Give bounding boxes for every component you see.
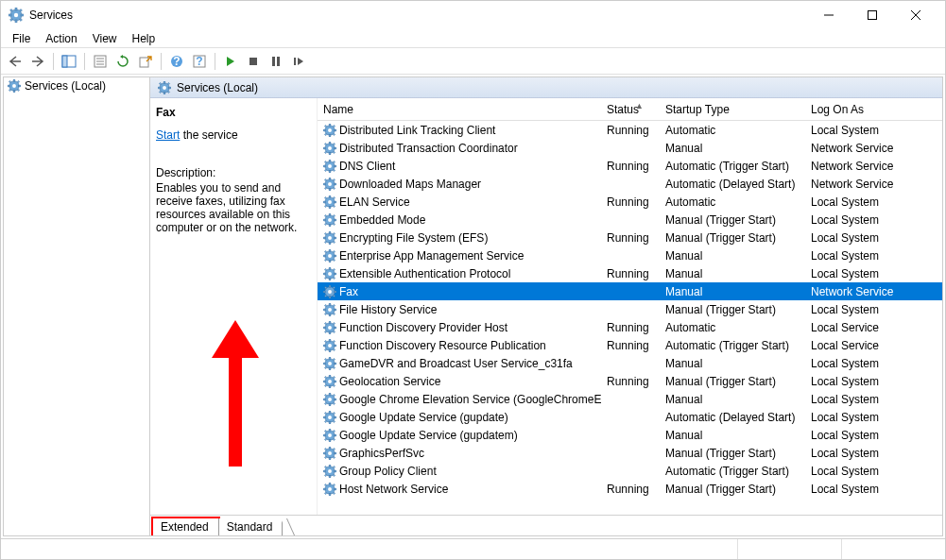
cell-name: Google Update Service (gupdate)	[318, 411, 601, 424]
service-row[interactable]: Distributed Link Tracking ClientRunningA…	[318, 121, 942, 139]
menu-file[interactable]: File	[5, 30, 38, 47]
col-header-name[interactable]: Name	[318, 103, 601, 116]
cell-name: File History Service	[318, 303, 601, 316]
cell-status: Running	[601, 231, 660, 245]
cell-startup-type: Manual	[660, 429, 805, 442]
col-header-logon[interactable]: Log On As	[805, 103, 942, 116]
service-row[interactable]: Function Discovery Provider HostRunningA…	[318, 318, 942, 336]
service-icon	[323, 339, 336, 352]
col-header-startup-type[interactable]: Startup Type	[660, 103, 805, 116]
help-alt-button[interactable]: ?	[189, 51, 210, 72]
cell-startup-type: Manual (Trigger Start)	[660, 303, 805, 316]
service-row[interactable]: GameDVR and Broadcast User Service_c31fa…	[318, 354, 942, 372]
menu-help[interactable]: Help	[125, 30, 163, 47]
cell-name: Downloaded Maps Manager	[318, 178, 601, 191]
service-row[interactable]: Downloaded Maps ManagerAutomatic (Delaye…	[318, 175, 942, 193]
cell-name: Distributed Link Tracking Client	[318, 124, 601, 137]
service-icon	[323, 429, 336, 442]
service-row[interactable]: Google Chrome Elevation Service (GoogleC…	[318, 390, 942, 408]
service-row[interactable]: Function Discovery Resource PublicationR…	[318, 336, 942, 354]
minimize-button[interactable]	[807, 1, 851, 29]
service-icon	[323, 465, 336, 478]
cell-status: Running	[601, 160, 660, 173]
svg-rect-26	[272, 57, 275, 66]
service-row[interactable]: ELAN ServiceRunningAutomaticLocal System	[318, 193, 942, 211]
grid-body[interactable]: Distributed Link Tracking ClientRunningA…	[318, 121, 942, 515]
service-row[interactable]: Geolocation ServiceRunningManual (Trigge…	[318, 372, 942, 390]
cell-logon: Local Service	[805, 339, 942, 352]
close-button[interactable]	[894, 1, 937, 29]
result-pane-header: Services (Local)	[150, 77, 942, 98]
cell-startup-type: Manual	[660, 285, 805, 298]
back-button[interactable]	[5, 51, 26, 72]
menu-action[interactable]: Action	[38, 30, 84, 47]
sort-indicator-icon: ▲	[635, 101, 644, 110]
svg-text:?: ?	[196, 55, 202, 68]
service-icon	[323, 195, 336, 209]
service-icon	[323, 124, 336, 137]
cell-startup-type: Manual	[660, 142, 805, 155]
annotation-arrow	[198, 315, 273, 476]
tree-node-services-local[interactable]: Services (Local)	[4, 77, 149, 94]
selected-service-name: Fax	[156, 106, 311, 119]
service-row[interactable]: Google Update Service (gupdate)Automatic…	[318, 408, 942, 426]
console-tree: Services (Local)	[4, 77, 150, 535]
cell-name: ELAN Service	[318, 195, 601, 209]
cell-startup-type: Automatic (Delayed Start)	[660, 411, 805, 424]
cell-name: Group Policy Client	[318, 465, 601, 478]
start-service-button[interactable]	[220, 51, 241, 72]
service-icon	[323, 375, 336, 388]
service-row[interactable]: GraphicsPerfSvcManual (Trigger Start)Loc…	[318, 444, 942, 462]
service-icon	[323, 411, 336, 424]
stop-service-button[interactable]	[243, 51, 264, 72]
cell-name: Enterprise App Management Service	[318, 249, 601, 263]
svg-rect-27	[277, 57, 280, 66]
description-text: Enables you to send and receive faxes, u…	[156, 181, 311, 234]
service-row[interactable]: Host Network ServiceRunningManual (Trigg…	[318, 480, 942, 498]
cell-name: GraphicsPerfSvc	[318, 447, 601, 460]
show-hide-tree-button[interactable]	[59, 51, 79, 72]
cell-logon: Local System	[805, 483, 942, 496]
app-icon	[9, 8, 24, 23]
cell-logon: Local System	[805, 465, 942, 478]
forward-button[interactable]	[27, 51, 48, 72]
restart-service-button[interactable]	[288, 51, 309, 72]
service-icon	[323, 231, 336, 245]
cell-startup-type: Manual (Trigger Start)	[660, 375, 805, 388]
tab-standard[interactable]: Standard	[218, 518, 284, 535]
maximize-button[interactable]	[851, 1, 894, 29]
service-row[interactable]: Encrypting File System (EFS)RunningManua…	[318, 229, 942, 246]
cell-status: Running	[601, 195, 660, 209]
cell-name: Function Discovery Resource Publication	[318, 339, 601, 352]
services-icon	[158, 81, 171, 94]
service-row[interactable]: Google Update Service (gupdatem)ManualLo…	[318, 426, 942, 444]
cell-logon: Local System	[805, 213, 942, 227]
menu-view[interactable]: View	[85, 30, 125, 47]
help-button[interactable]: ?	[166, 51, 187, 72]
export-button[interactable]	[135, 51, 156, 72]
service-row[interactable]: File History ServiceManual (Trigger Star…	[318, 300, 942, 318]
start-service-link[interactable]: Start	[156, 128, 180, 142]
refresh-button[interactable]	[112, 51, 133, 72]
cell-logon: Local System	[805, 393, 942, 406]
service-row[interactable]: FaxManualNetwork Service	[318, 282, 942, 300]
cell-logon: Local Service	[805, 321, 942, 334]
cell-logon: Local System	[805, 411, 942, 424]
service-row[interactable]: DNS ClientRunningAutomatic (Trigger Star…	[318, 157, 942, 175]
cell-status: Running	[601, 321, 660, 334]
service-row[interactable]: Group Policy ClientAutomatic (Trigger St…	[318, 462, 942, 480]
cell-startup-type: Automatic (Trigger Start)	[660, 160, 805, 173]
pause-service-button[interactable]	[266, 51, 286, 72]
service-icon	[323, 142, 336, 155]
service-row[interactable]: Embedded ModeManual (Trigger Start)Local…	[318, 211, 942, 229]
cell-status: Running	[601, 267, 660, 280]
col-header-status[interactable]: Status	[601, 103, 660, 116]
cell-logon: Local System	[805, 124, 942, 137]
cell-logon: Local System	[805, 267, 942, 280]
service-row[interactable]: Extensible Authentication ProtocolRunnin…	[318, 264, 942, 282]
properties-button[interactable]	[90, 51, 111, 72]
tab-standard-label: Standard	[227, 520, 273, 534]
service-row[interactable]: Distributed Transaction CoordinatorManua…	[318, 139, 942, 157]
tab-extended[interactable]: Extended	[152, 518, 219, 535]
service-row[interactable]: Enterprise App Management ServiceManualL…	[318, 246, 942, 264]
